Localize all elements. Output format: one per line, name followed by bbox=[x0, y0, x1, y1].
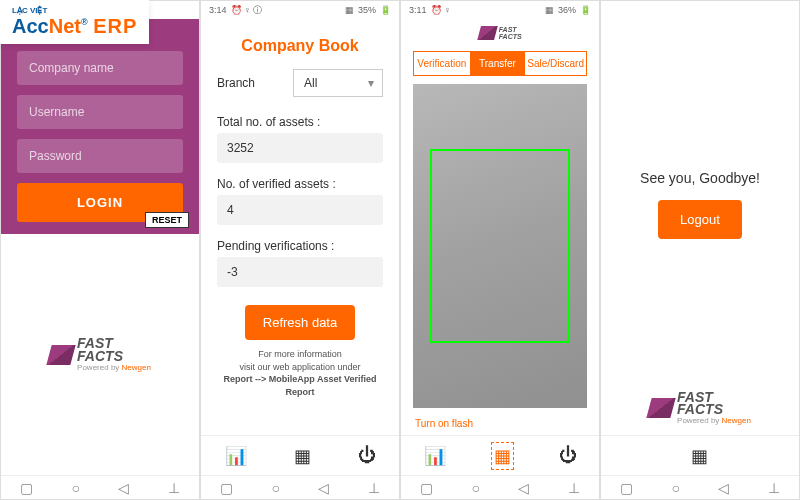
bottom-tabs: . ▦ . bbox=[601, 435, 799, 475]
username-input[interactable] bbox=[17, 95, 183, 129]
logout-tab-icon[interactable]: ⏻ bbox=[358, 445, 376, 466]
scan-tab-icon[interactable]: ▦ bbox=[691, 445, 708, 467]
dashboard-tab-icon[interactable]: 📊 bbox=[225, 445, 247, 467]
nav-accessibility-icon[interactable]: ⊥ bbox=[368, 480, 380, 496]
fastfacts-logo: FASTFACTS Powered by Newgen bbox=[49, 337, 151, 371]
brand-area: FASTFACTS Powered by Newgen bbox=[1, 234, 199, 475]
nav-back-icon[interactable]: ◁ bbox=[118, 480, 129, 496]
fastfacts-mark-icon bbox=[646, 398, 675, 418]
more-info-text: For more information visit our web appli… bbox=[217, 348, 383, 398]
statusbar: 3:11 ⏰ ♀ ▦ 36% 🔋 bbox=[401, 1, 599, 19]
flash-toggle[interactable]: Turn on flash bbox=[401, 412, 599, 435]
android-navbar: ▢ ○ ◁ ⊥ bbox=[601, 475, 799, 499]
nav-recent-icon[interactable]: ▢ bbox=[20, 480, 33, 496]
total-assets-value: 3252 bbox=[217, 133, 383, 163]
nav-back-icon[interactable]: ◁ bbox=[718, 480, 729, 496]
pending-verifications-label: Pending verifications : bbox=[217, 239, 383, 253]
verified-assets-value: 4 bbox=[217, 195, 383, 225]
nav-recent-icon[interactable]: ▢ bbox=[420, 480, 433, 496]
fastfacts-mark-icon bbox=[477, 26, 498, 40]
bottom-tabs: 📊 ▦ ⏻ bbox=[401, 435, 599, 475]
scan-frame bbox=[430, 149, 569, 343]
fastfacts-logo: FASTFACTS bbox=[479, 26, 522, 40]
company-input[interactable] bbox=[17, 51, 183, 85]
accnet-logo-overlay: LẠC VIỆT AccNet® ERP bbox=[0, 0, 149, 44]
scan-tab-icon[interactable]: ▦ bbox=[294, 445, 311, 467]
pending-verifications-value: -3 bbox=[217, 257, 383, 287]
phone-screen-scanner: 3:11 ⏰ ♀ ▦ 36% 🔋 FASTFACTS Verification … bbox=[400, 0, 600, 500]
statusbar bbox=[601, 1, 799, 19]
nav-recent-icon[interactable]: ▢ bbox=[620, 480, 633, 496]
phone-screen-logout: See you, Goodbye! Logout FASTFACTS Power… bbox=[600, 0, 800, 500]
dashboard-tab-icon[interactable]: 📊 bbox=[424, 445, 446, 467]
phone-screen-companybook: 3:14 ⏰ ♀ ⓘ ▦ 35% 🔋 Company Book Branch A… bbox=[200, 0, 400, 500]
verified-assets-label: No. of verified assets : bbox=[217, 177, 383, 191]
nav-home-icon[interactable]: ○ bbox=[72, 480, 80, 496]
tab-sale-discard[interactable]: Sale/Discard bbox=[525, 52, 586, 75]
tab-transfer[interactable]: Transfer bbox=[470, 52, 526, 75]
total-assets-label: Total no. of assets : bbox=[217, 115, 383, 129]
statusbar: 3:14 ⏰ ♀ ⓘ ▦ 35% 🔋 bbox=[201, 1, 399, 19]
camera-preview bbox=[413, 84, 587, 408]
fastfacts-logo: FASTFACTS Powered by Newgen bbox=[649, 391, 751, 425]
android-navbar: ▢ ○ ◁ ⊥ bbox=[401, 475, 599, 499]
scan-mode-tabs: Verification Transfer Sale/Discard bbox=[413, 51, 587, 76]
nav-accessibility-icon[interactable]: ⊥ bbox=[768, 480, 780, 496]
logout-button[interactable]: Logout bbox=[658, 200, 742, 239]
refresh-button[interactable]: Refresh data bbox=[245, 305, 355, 340]
password-input[interactable] bbox=[17, 139, 183, 173]
reset-button[interactable]: RESET bbox=[145, 212, 189, 228]
accnet-text: AccNet® ERP bbox=[12, 15, 137, 38]
nav-home-icon[interactable]: ○ bbox=[672, 480, 680, 496]
scan-tab-icon[interactable]: ▦ bbox=[491, 442, 514, 470]
nav-accessibility-icon[interactable]: ⊥ bbox=[568, 480, 580, 496]
android-navbar: ▢ ○ ◁ ⊥ bbox=[1, 475, 199, 499]
android-navbar: ▢ ○ ◁ ⊥ bbox=[201, 475, 399, 499]
fastfacts-mark-icon bbox=[46, 345, 75, 365]
logout-tab-icon[interactable]: ⏻ bbox=[559, 445, 577, 466]
login-card: LOGIN RESET bbox=[1, 19, 199, 234]
tab-verification[interactable]: Verification bbox=[414, 52, 470, 75]
branch-label: Branch bbox=[217, 76, 255, 90]
lacviet-text: LẠC VIỆT bbox=[12, 6, 137, 15]
goodbye-text: See you, Goodbye! bbox=[640, 170, 760, 186]
nav-back-icon[interactable]: ◁ bbox=[518, 480, 529, 496]
nav-home-icon[interactable]: ○ bbox=[472, 480, 480, 496]
nav-back-icon[interactable]: ◁ bbox=[318, 480, 329, 496]
phone-screen-login: LOGIN RESET FASTFACTS Powered by Newgen … bbox=[0, 0, 200, 500]
nav-home-icon[interactable]: ○ bbox=[272, 480, 280, 496]
nav-recent-icon[interactable]: ▢ bbox=[220, 480, 233, 496]
bottom-tabs: 📊 ▦ ⏻ bbox=[201, 435, 399, 475]
nav-accessibility-icon[interactable]: ⊥ bbox=[168, 480, 180, 496]
page-title: Company Book bbox=[217, 37, 383, 55]
branch-select[interactable]: All bbox=[293, 69, 383, 97]
